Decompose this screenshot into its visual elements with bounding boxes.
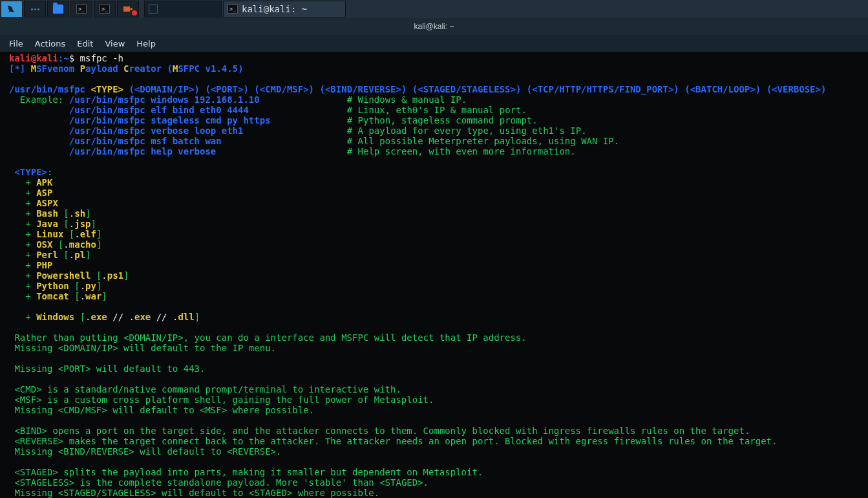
taskbar-app-grid[interactable] — [24, 1, 46, 17]
taskbar-window-label: kali@kali: ~ — [242, 4, 307, 14]
start-menu-button[interactable] — [1, 1, 23, 17]
menu-actions[interactable]: Actions — [35, 39, 66, 49]
window-titlebar[interactable]: kali@kali: ~ — [0, 18, 868, 35]
taskbar-terminal-2[interactable] — [94, 1, 116, 17]
taskbar-workspace-preview[interactable] — [144, 1, 222, 17]
menu-edit[interactable]: Edit — [77, 39, 93, 49]
terminal[interactable]: kali@kali:~$ msfpc -h [*] MSFvenom Paylo… — [0, 52, 868, 498]
taskbar-files[interactable] — [47, 1, 69, 17]
svg-rect-0 — [123, 6, 130, 12]
window-title: kali@kali: ~ — [414, 22, 454, 31]
folder-icon — [53, 5, 63, 14]
prompt-cwd: ~ — [63, 53, 69, 63]
banner-bullet: [*] — [9, 63, 25, 74]
taskbar-window-entry[interactable]: kali@kali: ~ — [223, 1, 346, 17]
taskbar: kali@kali: ~ — [0, 0, 868, 18]
workspace-icon — [149, 5, 158, 14]
usage-bin: /usr/bin/msfpc — [9, 84, 85, 94]
prompt-dollar: $ — [69, 53, 74, 63]
terminal-icon — [76, 5, 87, 14]
menubar: File Actions Edit View Help — [0, 35, 868, 52]
prompt-command: msfpc -h — [80, 53, 123, 63]
svg-point-1 — [130, 8, 132, 10]
menu-help[interactable]: Help — [136, 39, 156, 49]
taskbar-separator — [140, 1, 143, 17]
menu-file[interactable]: File — [9, 39, 23, 49]
taskbar-app-recorder[interactable] — [117, 1, 139, 17]
type-heading: <TYPE> — [9, 167, 47, 177]
prompt-userhost: kali@kali — [9, 53, 58, 63]
taskbar-terminal-1[interactable] — [70, 1, 92, 17]
examples-label: Example: — [9, 94, 69, 105]
badge-icon — [132, 10, 137, 16]
grid-icon — [31, 8, 39, 10]
menu-view[interactable]: View — [105, 39, 125, 49]
terminal-icon — [100, 5, 110, 14]
terminal-icon — [228, 5, 238, 14]
